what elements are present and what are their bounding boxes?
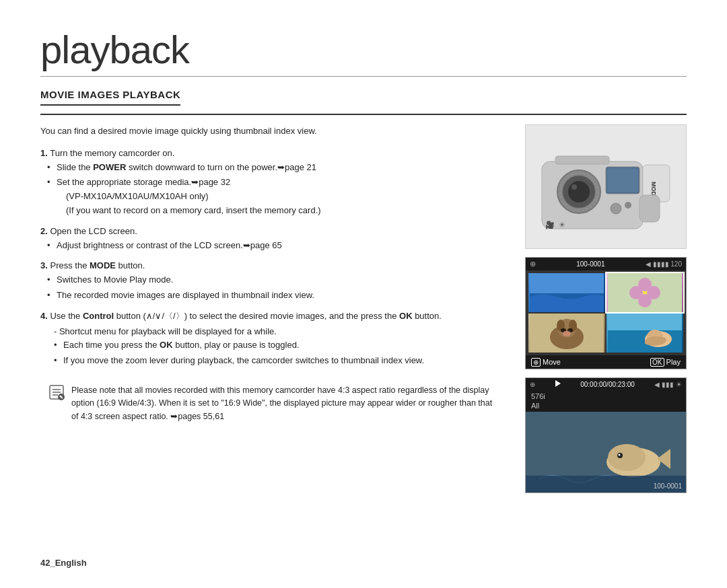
step-4-main: Use the Control button (∧/∨/〈/〉) to sele… [50,311,441,321]
step-3-number: 3. [40,260,48,270]
step-3-bullet-1: Switches to Movie Play mode. [47,273,505,287]
thumbnail-grid [526,270,686,355]
page-title: playback [40,27,687,72]
step-4-number: 4. [40,311,48,321]
step-2-bullet-1: Adjust brightness or contrast of the LCD… [47,239,505,253]
page-footer: 42_English [40,551,687,568]
step-1-sub2: (If you want to record on a memory card,… [66,205,321,215]
thumb-cell-4 [607,314,683,353]
thumb-file-id: 100-0001 [576,260,604,268]
thumb-play-label: OK Play [650,358,681,366]
svg-point-38 [563,331,571,336]
svg-point-18 [625,202,631,209]
thumb-cell-1 [528,273,605,312]
ok-icon: OK [650,358,664,367]
pb-icon: ⊕ [530,381,535,388]
page-container: playback MOVIE IMAGES PLAYBACK You can f… [0,0,727,588]
step-4-sub: - Shortcut menu for playback will be dis… [54,325,505,339]
pb-battery: ◀ ▮▮▮ ☀ [654,381,682,388]
camera-svg: MODE 🎥 ☀ [528,128,683,246]
step-3-main: Press the MODE button. [50,260,145,270]
step-4-bullet-1: Each time you press the OK button, play … [54,338,505,353]
step-2-bullets: Adjust brightness or contrast of the LCD… [47,239,505,253]
play-text: Play [666,358,681,366]
step-2-number: 2. [40,226,48,236]
thumb-icon: ⊕ [530,260,536,268]
thumbnail-footer: ⊕ Move OK Play [526,355,686,369]
playback-video-svg [526,412,686,492]
svg-point-30 [638,294,652,307]
step-2: 2. Open the LCD screen. Adjust brightnes… [40,225,505,253]
step-4: 4. Use the Control button (∧/∨/〈/〉) to s… [40,309,505,368]
section-header: MOVIE IMAGES PLAYBACK [40,89,180,106]
intro-text: You can find a desired movie image quick… [40,124,505,139]
svg-point-10 [572,184,577,190]
svg-rect-12 [607,168,638,192]
step-2-main: Open the LCD screen. [50,226,137,236]
step-3: 3. Press the MODE button. Switches to Mo… [40,259,505,302]
note-text: Please note that all movies recorded wit… [71,384,497,423]
thumb-move-label: ⊕ Move [531,358,561,366]
step-1-number: 1. [40,148,48,158]
step-1-main: Turn the memory camcorder on. [50,148,174,158]
playback-video-area: 100-0001 [526,412,686,492]
note-box: ✎ Please note that all movies recorded w… [40,377,505,430]
page-number: 42_English [40,558,87,568]
thumb-cell-3 [528,314,605,353]
camera-image-box: MODE 🎥 ☀ [525,124,687,249]
svg-text:☀: ☀ [559,221,565,229]
thumb-battery: ◀ ▮▮▮▮ 120 [646,260,682,268]
step-3-bullet-2: The recorded movie images are displayed … [47,289,505,303]
playback-screen-box: ⊕ 00:00:00/00:23:00 ◀ ▮▮▮ ☀ 576i All [525,377,687,493]
step-4-bullets: Each time you press the OK button, play … [54,338,505,368]
svg-text:🎥: 🎥 [545,220,555,229]
right-content: MODE 🎥 ☀ ⊕ 100-0001 [525,124,687,551]
pb-channel: All [531,402,681,410]
playback-info-bar: 576i All [526,390,686,412]
move-icon: ⊕ [531,358,541,367]
svg-rect-13 [555,156,609,164]
svg-point-17 [611,203,621,214]
left-content: You can find a desired movie image quick… [40,124,505,551]
svg-point-48 [619,454,621,456]
step-1: 1. Turn the memory camcorder on. Slide t… [40,147,505,218]
pb-resolution: 576i [531,392,681,400]
section-header-container: MOVIE IMAGES PLAYBACK [40,89,687,115]
step-1-sub1: (VP-MX10A/MX10AU/MX10AH only) [66,191,209,201]
thumbnail-header: ⊕ 100-0001 ◀ ▮▮▮▮ 120 [526,258,686,270]
step-1-bullet-1: Slide the POWER switch downward to turn … [47,161,505,175]
svg-point-29 [638,278,652,291]
step-1-bullet-2: Set the appropriate storage media.➥page … [47,176,505,217]
svg-text:✎: ✎ [59,395,63,400]
move-text: Move [543,358,561,366]
pb-play-icon [555,380,561,388]
svg-point-46 [608,444,646,471]
step-4-bullet-2: If you move the zoom lever during playba… [54,354,505,368]
note-icon: ✎ [48,384,65,423]
step-1-bullets: Slide the POWER switch downward to turn … [47,161,505,218]
thumb-cell-2 [607,273,683,312]
thumbnail-screen: ⊕ 100-0001 ◀ ▮▮▮▮ 120 [525,257,687,369]
step-3-bullets: Switches to Movie Play mode. The recorde… [47,273,505,303]
svg-point-9 [568,181,590,203]
playback-header: ⊕ 00:00:00/00:23:00 ◀ ▮▮▮ ☀ [526,378,686,390]
svg-rect-16 [639,195,660,222]
title-divider [40,76,687,77]
content-area: You can find a desired movie image quick… [40,124,687,551]
pb-timecode: 00:00:00/00:23:00 [580,381,635,388]
pb-file-id-overlay: 100-0001 [654,482,682,490]
